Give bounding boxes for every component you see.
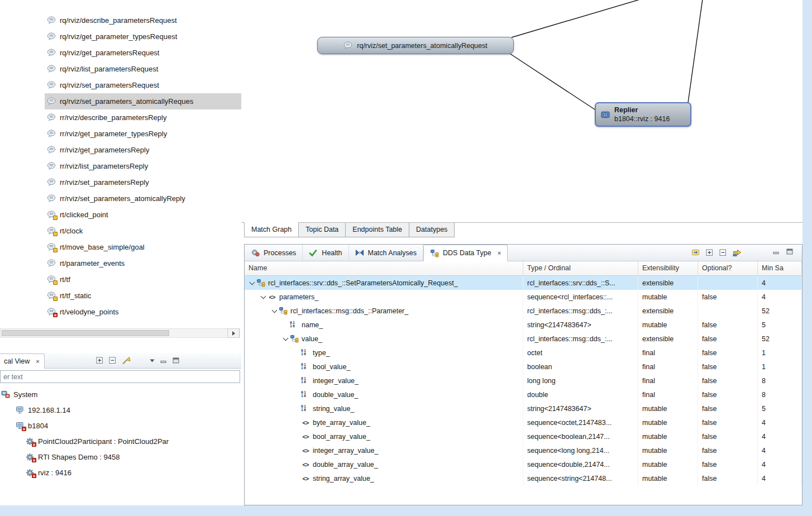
physical-tree-item[interactable]: 192.168.1.14 — [0, 402, 241, 418]
datatype-row[interactable]: 0110integer_value_ long long final false… — [245, 374, 802, 388]
column-header-optional[interactable]: Optional? — [698, 261, 758, 275]
clear-broom-icon[interactable] — [122, 356, 131, 365]
topic-tree-item[interactable]: rt/tf_static — [45, 288, 241, 304]
tab-processes[interactable]: Processes — [245, 245, 303, 261]
cell-extensibility: mutable — [638, 429, 698, 443]
datatype-row[interactable]: rcl_interfaces::msg::dds_::Parameter_ rc… — [245, 304, 802, 318]
graph-node-replier[interactable]: Replier b1804::rviz : 9416 — [595, 102, 691, 127]
datatype-row[interactable]: rcl_interfaces::srv::dds_::SetParameters… — [245, 276, 802, 290]
minimize-icon[interactable] — [160, 357, 167, 364]
cell-name: <>parameters_ — [245, 290, 523, 304]
topic-tree-item[interactable]: ×rt/velodyne_points — [45, 304, 241, 320]
cell-name: <>bool_array_value_ — [245, 429, 523, 443]
collapse-all-icon[interactable] — [109, 357, 116, 364]
topic-tree-item[interactable]: rt/parameter_events — [45, 255, 241, 271]
topic-tree-item[interactable]: rq/rviz/set_parametersRequest — [45, 77, 241, 93]
topic-tree-item[interactable]: rq/rviz/set_parameters_atomicallyReques — [45, 93, 241, 109]
datatype-icon — [256, 279, 265, 287]
expander-icon[interactable] — [250, 279, 255, 285]
topic-tree-item[interactable]: rt/clicked_point — [45, 207, 241, 223]
topic-tree-item[interactable]: rr/rviz/get_parameter_typesReply — [45, 126, 241, 142]
topic-label: rq/rviz/describe_parametersRequest — [60, 16, 177, 25]
cell-type: rcl_interfaces::srv::dds_::S... — [523, 276, 638, 290]
expander-icon[interactable] — [272, 307, 278, 313]
expander-icon[interactable] — [283, 335, 289, 341]
physical-tree-item[interactable]: ×b1804 — [0, 418, 241, 433]
close-icon[interactable]: × — [498, 250, 501, 256]
column-header-name[interactable]: Name — [245, 261, 523, 275]
topic-tree-item[interactable]: rq/rviz/list_parametersRequest — [45, 61, 241, 77]
filter-input[interactable] — [0, 370, 240, 383]
datatype-row[interactable]: <>bool_array_value_ sequence<boolean,214… — [245, 429, 802, 443]
cell-min: 5 — [758, 402, 802, 415]
datatype-row[interactable]: <>byte_array_value_ sequence<octet,21474… — [245, 415, 802, 429]
topic-tree-item[interactable]: rr/rviz/describe_parametersReply — [45, 109, 241, 126]
scrollbar-thumb[interactable] — [2, 330, 169, 336]
link-with-selection-icon[interactable] — [733, 249, 742, 256]
datatype-row[interactable]: 0110bool_value_ boolean final false 1 — [245, 360, 802, 374]
datatype-row[interactable]: 0110string_value_ string<2147483647> mut… — [245, 402, 802, 415]
topic-tree-item[interactable]: rt/tf — [45, 271, 241, 288]
topic-tree-item[interactable]: rq/rviz/get_parametersRequest — [45, 45, 241, 61]
column-header-min-serialized[interactable]: Min Sa — [758, 261, 802, 275]
cell-min: 4 — [758, 443, 802, 457]
maximize-icon[interactable] — [173, 357, 179, 364]
tab-dds-data-type[interactable]: DDS Data Type × — [423, 245, 508, 261]
datatype-row[interactable]: value_ rcl_interfaces::msg::dds_:... ext… — [245, 332, 802, 346]
expand-all-icon[interactable] — [706, 249, 713, 256]
topic-tree-item[interactable]: rq/rviz/describe_parametersRequest — [45, 12, 241, 28]
tab-topic-data[interactable]: Topic Data — [298, 223, 346, 237]
topic-tree-item[interactable]: rr/rviz/get_parametersReply — [45, 142, 241, 158]
tab-datatypes[interactable]: Datatypes — [409, 223, 455, 237]
graph-node-topic[interactable]: rq/rviz/set_parameters_atomicallyRequest — [317, 37, 514, 54]
tab-match-graph[interactable]: Match Graph — [244, 223, 299, 237]
column-header-type[interactable]: Type / Ordinal — [523, 261, 638, 275]
topic-tree-hscrollbar[interactable] — [0, 328, 240, 338]
topic-tree-item[interactable]: rt/clock — [45, 223, 241, 239]
topic-tree-item[interactable]: rr/rviz/set_parametersReply — [45, 174, 241, 190]
topic-tree-item[interactable]: rr/rviz/set_parameters_atomicallyReply — [45, 190, 241, 207]
participant-icon: × — [26, 437, 35, 446]
column-header-extensibility[interactable]: Extensibility — [638, 261, 698, 275]
physical-tree-item[interactable]: ×RTI Shapes Demo : 9458 — [0, 449, 241, 465]
ordinal-icon: 0110 — [290, 322, 299, 328]
datatype-row[interactable]: 0110double_value_ double final false 8 — [245, 388, 802, 402]
topic-icon — [47, 65, 56, 73]
topic-label: rt/clock — [60, 227, 83, 235]
physical-tree-item[interactable]: System — [0, 386, 241, 402]
topic-tree-item[interactable]: rt/move_base_simple/goal — [45, 239, 241, 255]
minimize-icon[interactable] — [773, 249, 780, 255]
cell-min: 52 — [758, 332, 802, 346]
datatype-row[interactable]: 0110name_ string<2147483647> mutable fal… — [245, 318, 802, 332]
topic-tree-item[interactable]: rq/rviz/get_parameter_typesRequest — [45, 28, 241, 45]
datatype-row[interactable]: <>integer_array_value_ sequence<long lon… — [245, 443, 802, 457]
close-icon[interactable]: × — [36, 358, 39, 365]
tab-physical-view[interactable]: cal View × — [0, 353, 45, 369]
topic-label: rq/rviz/set_parametersRequest — [60, 81, 159, 89]
physical-tree-item[interactable]: ×PointCloud2Participant : PointCloud2Par — [0, 433, 241, 449]
health-check-icon — [309, 249, 318, 257]
datatype-row[interactable]: <>string_array_value_ sequence<string<21… — [245, 471, 802, 485]
scroll-right-button[interactable] — [227, 328, 240, 338]
datatype-row[interactable]: <>parameters_ sequence<rcl_interfaces::.… — [245, 290, 802, 304]
physical-tree-item[interactable]: ×rviz : 9416 — [0, 465, 241, 480]
topic-icon — [47, 259, 56, 267]
topic-label: rr/rviz/set_parametersReply — [60, 178, 149, 187]
cell-optional: false — [698, 471, 758, 485]
datatype-row[interactable]: <>double_array_value_ sequence<double,21… — [245, 457, 802, 471]
expander-icon[interactable] — [261, 293, 266, 299]
tab-health[interactable]: Health — [303, 245, 348, 261]
topic-tree-item[interactable]: rr/rviz/list_parametersReply — [45, 158, 241, 174]
datatype-row[interactable]: 0110type_ octet final false 1 — [245, 346, 802, 360]
expand-all-icon[interactable] — [96, 357, 103, 364]
tab-label: cal View — [4, 357, 30, 365]
cell-type: string<2147483647> — [523, 402, 638, 415]
cell-type: sequence<boolean,2147... — [523, 429, 638, 443]
collapse-all-icon[interactable] — [719, 249, 727, 256]
tab-match-analyses[interactable]: Match Analyses — [349, 245, 424, 261]
tab-endpoints-table[interactable]: Endpoints Table — [345, 223, 409, 237]
snapshot-icon[interactable] — [691, 249, 700, 256]
warning-badge — [53, 232, 58, 236]
maximize-icon[interactable] — [786, 249, 793, 255]
view-menu-icon[interactable] — [150, 359, 155, 362]
